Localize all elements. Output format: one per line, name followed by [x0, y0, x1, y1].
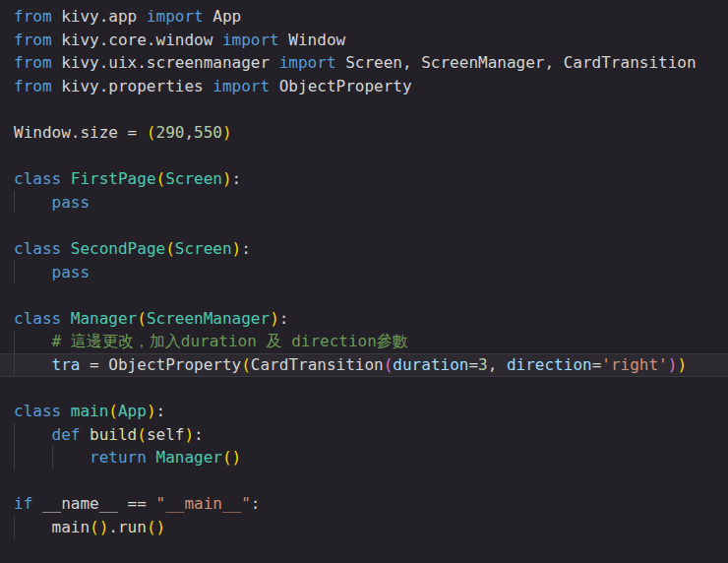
code-token: ) [270, 309, 279, 328]
code-token: main [71, 402, 109, 420]
indent-guide [14, 446, 15, 469]
code-token: 'right' [601, 355, 667, 374]
code-line[interactable]: class SecondPage(Screen): [0, 237, 728, 261]
code-line[interactable]: from kivy.core.window import Window [0, 29, 728, 52]
code-token: run [118, 518, 147, 536]
code-token: 290 [156, 123, 185, 142]
code-token: : [241, 239, 251, 258]
code-token [14, 425, 52, 444]
code-line[interactable] [0, 145, 728, 168]
code-token: = [592, 355, 602, 374]
code-token: Manager [156, 448, 222, 467]
code-line[interactable]: def build(self): [0, 423, 728, 447]
code-token: duration [393, 355, 468, 374]
code-line[interactable]: from kivy.properties import ObjectProper… [0, 75, 728, 98]
code-token [14, 263, 52, 282]
code-token: () [90, 518, 108, 536]
code-token: class [14, 169, 61, 188]
code-token: from [14, 77, 52, 95]
code-token: : [251, 494, 261, 513]
code-token: tra [52, 355, 81, 374]
code-line[interactable] [0, 377, 728, 401]
code-editor[interactable]: from kivy.app import Appfrom kivy.core.w… [0, 0, 728, 563]
code-line[interactable] [0, 214, 728, 237]
code-line-current[interactable]: tra = ObjectProperty(CardTransition(dura… [0, 353, 728, 377]
code-token: direction [507, 355, 592, 374]
code-line[interactable]: class Manager(ScreenManager): [0, 307, 728, 331]
indent-guide [52, 446, 53, 469]
code-token: Manager [71, 309, 137, 328]
code-token: import [222, 31, 279, 49]
code-token: CardTransition [251, 355, 384, 374]
code-line[interactable]: Window.size = (290,550) [0, 121, 728, 145]
code-token [14, 355, 52, 374]
code-token: self [147, 425, 185, 444]
code-token: build [90, 425, 137, 444]
indent-guide [14, 353, 15, 377]
code-line[interactable] [0, 539, 728, 563]
code-token: = [468, 355, 478, 374]
code-token [80, 425, 90, 444]
code-token: ( [147, 123, 156, 142]
code-token: ) [184, 425, 194, 444]
code-token [61, 309, 71, 328]
indent-guide [14, 423, 15, 447]
code-token: Window.size = [14, 123, 147, 142]
code-line[interactable]: from kivy.app import App [0, 5, 728, 29]
code-token: kivy.uix.screenmanager [52, 53, 279, 72]
code-line[interactable]: class FirstPage(Screen): [0, 167, 728, 191]
code-token: pass [52, 193, 91, 212]
code-token: SecondPage [71, 239, 165, 258]
code-line[interactable]: pass [0, 191, 728, 215]
code-token: Screen, ScreenManager, CardTransition [336, 53, 697, 72]
code-token: () [147, 518, 165, 536]
code-line[interactable]: main().run() [0, 516, 728, 539]
code-token: from [14, 31, 52, 49]
code-token: import [279, 53, 336, 72]
code-token: ScreenManager [147, 309, 270, 328]
code-line[interactable]: pass [0, 261, 728, 284]
code-token [147, 448, 156, 467]
code-token: App [118, 402, 147, 420]
code-token [61, 402, 71, 420]
code-token: 3 [478, 355, 488, 374]
code-line[interactable] [0, 283, 728, 307]
code-token: , [488, 355, 507, 374]
code-token: () [222, 448, 241, 467]
code-token: = [80, 355, 108, 374]
code-token: def [52, 425, 81, 444]
code-token: ( [384, 355, 394, 374]
code-token: ) [147, 402, 156, 420]
code-line[interactable]: from kivy.uix.screenmanager import Scree… [0, 51, 728, 75]
code-token: Window [279, 31, 345, 49]
code-line[interactable]: if __name__ == "__main__": [0, 492, 728, 516]
indent-guide [14, 261, 15, 284]
code-token: return [90, 448, 147, 467]
code-token: ) [232, 239, 242, 258]
code-token: : [232, 169, 242, 188]
code-line[interactable] [0, 469, 728, 493]
code-token: Screen [175, 239, 232, 258]
code-token [14, 518, 52, 536]
code-token: main [52, 518, 91, 536]
code-line[interactable]: class main(App): [0, 400, 728, 423]
code-token: ) [222, 169, 232, 188]
code-token: "__main__" [156, 494, 251, 513]
code-line[interactable]: # 這邊更改，加入duration 及 direction參數 [0, 330, 728, 353]
code-token: : [279, 309, 289, 328]
code-token [61, 239, 71, 258]
code-token: ) [677, 355, 687, 374]
code-line[interactable] [0, 97, 728, 121]
code-token [14, 193, 52, 212]
code-token: kivy.app [52, 7, 147, 26]
indent-guide [14, 330, 15, 353]
code-token: FirstPage [71, 169, 156, 188]
code-token: kivy.core.window [52, 31, 222, 49]
code-token: 550 [194, 123, 222, 142]
code-token: : [194, 425, 204, 444]
code-token: ( [137, 425, 147, 444]
code-token: ( [165, 239, 175, 258]
code-token: ( [156, 169, 166, 188]
code-line[interactable]: return Manager() [0, 446, 728, 469]
code-token: class [14, 239, 61, 258]
